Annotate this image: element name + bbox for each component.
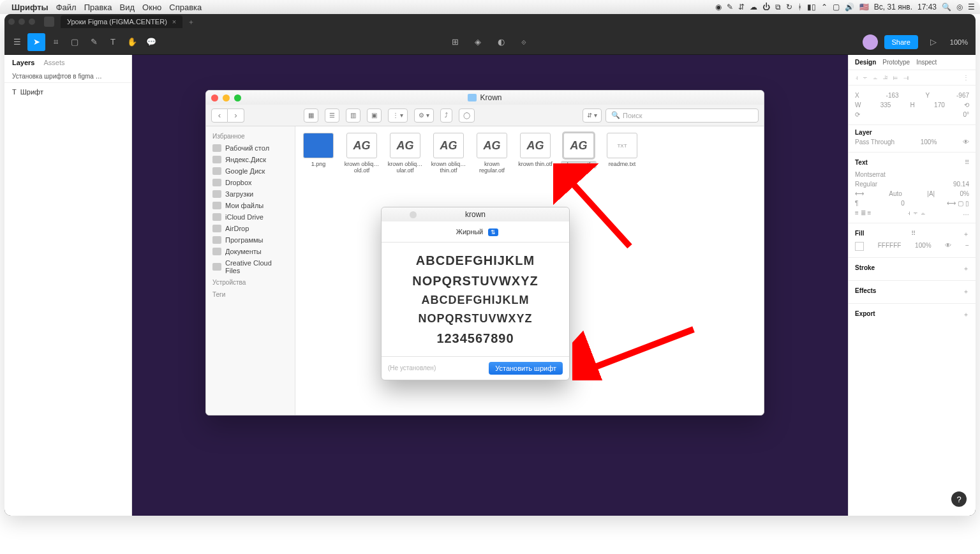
font-size[interactable]: 90.14 <box>953 181 969 188</box>
status-icon[interactable]: ▢ <box>833 3 840 11</box>
bluetooth-icon[interactable]: ᚼ <box>798 3 802 11</box>
file-item[interactable]: AGkrown obliq…ular.otf <box>387 133 423 174</box>
notifications-icon[interactable]: ☰ <box>968 3 975 11</box>
sidebar-item-airdrop[interactable]: AirDrop <box>206 223 295 234</box>
minimize-icon[interactable] <box>398 211 405 218</box>
tab-inspect[interactable]: Inspect <box>916 59 937 66</box>
arrange-dropdown[interactable]: ⋮ ▾ <box>388 109 408 123</box>
menubar-date[interactable]: Вс, 31 янв. <box>874 3 912 11</box>
status-icon[interactable]: ⧉ <box>775 3 781 11</box>
figma-home-icon[interactable] <box>44 17 54 27</box>
menubar-time[interactable]: 17:43 <box>917 3 937 11</box>
status-icon[interactable]: ☁ <box>750 3 757 11</box>
tab-layers[interactable]: Layers <box>12 59 34 66</box>
sidebar-item-desktop[interactable]: Рабочий стол <box>206 142 295 154</box>
plus-icon[interactable]: ＋ <box>963 287 969 297</box>
layer-row[interactable]: T Шрифт <box>4 86 131 98</box>
status-icon[interactable]: ✎ <box>727 3 733 11</box>
spotlight-icon[interactable]: 🔍 <box>942 3 951 11</box>
view-icons[interactable]: ▦ <box>304 109 318 123</box>
settings-icon[interactable]: ⠿ <box>965 159 969 168</box>
view-gallery[interactable]: ▣ <box>367 109 382 123</box>
minus-icon[interactable]: − <box>965 242 969 251</box>
siri-icon[interactable]: ◎ <box>956 3 963 11</box>
sidebar-item-gdrive[interactable]: Google Диск <box>206 165 295 177</box>
status-icon[interactable]: ↻ <box>786 3 792 11</box>
menu-window[interactable]: Окно <box>142 3 161 12</box>
sidebar-item-icloud[interactable]: iCloud Drive <box>206 211 295 223</box>
battery-icon[interactable]: ▮▯ <box>807 3 816 11</box>
file-item[interactable]: AGkrown thin.otf <box>517 133 553 167</box>
sidebar-item-yandex[interactable]: Яндекс.Диск <box>206 154 295 165</box>
weight-selector[interactable]: Жирный⇅ <box>382 221 569 243</box>
prop-x[interactable]: -163 <box>886 92 899 99</box>
file-item[interactable]: AGkrown obliq…thin.otf <box>431 133 466 174</box>
move-tool[interactable]: ➤ <box>27 33 45 51</box>
sidebar-item-documents[interactable]: Документы <box>206 246 295 257</box>
forward-button[interactable]: › <box>228 109 244 123</box>
menu-view[interactable]: Вид <box>120 3 135 12</box>
mask-icon[interactable]: ◐ <box>492 33 510 51</box>
plus-icon[interactable]: ＋ <box>963 264 969 274</box>
menu-edit[interactable]: Правка <box>84 3 112 12</box>
close-icon[interactable]: × <box>172 18 176 26</box>
align-controls[interactable]: ⫞⫟⫠⫡⫢⫣⋮ <box>849 70 976 85</box>
prop-w[interactable]: 335 <box>880 101 891 109</box>
prop-h[interactable]: 170 <box>934 101 945 109</box>
file-item[interactable]: TXTreadme.txt <box>604 133 640 167</box>
align-icons[interactable]: ≡ ≣ ≡ <box>855 209 871 216</box>
dropbox-icon[interactable]: ⇵ <box>738 3 745 11</box>
more-icon[interactable]: … <box>963 209 969 216</box>
hamburger-icon[interactable]: ☰ <box>8 33 26 51</box>
comment-tool[interactable]: 💬 <box>142 33 160 51</box>
valign-icons[interactable]: ⫞ ⫟ ⫠ <box>907 209 927 216</box>
close-icon[interactable] <box>387 211 394 218</box>
line-height[interactable]: Auto <box>889 190 902 197</box>
para-spacing[interactable]: 0 <box>901 200 905 207</box>
figma-canvas[interactable]: Krown ‹ › ▦ ☰ ▥ ▣ ⋮ ▾ ⚙ ▾ ⤴ ◯ <box>132 55 848 516</box>
plus-icon[interactable]: ＋ <box>963 230 969 239</box>
status-icon[interactable]: ⏻ <box>762 3 770 11</box>
prop-rotation[interactable]: 0° <box>963 111 969 118</box>
text-tool[interactable]: T <box>104 33 122 51</box>
layer-opacity[interactable]: 100% <box>921 138 937 146</box>
file-item[interactable]: AGkrown obliq…old.otf <box>344 133 380 174</box>
sidebar-item-cc[interactable]: Creative Cloud Files <box>206 257 295 276</box>
zoom-icon[interactable] <box>234 94 241 101</box>
help-button[interactable]: ? <box>951 491 967 507</box>
style-icon[interactable]: ⠿ <box>911 230 916 239</box>
sidebar-item-downloads[interactable]: Загрузки <box>206 188 295 200</box>
avatar[interactable] <box>863 34 878 50</box>
action-dropdown[interactable]: ⚙ ▾ <box>414 109 434 123</box>
install-font-button[interactable]: Установить шрифт <box>489 362 563 375</box>
tab-design[interactable]: Design <box>855 59 876 66</box>
hand-tool[interactable]: ✋ <box>123 33 141 51</box>
menu-help[interactable]: Справка <box>169 3 202 12</box>
plus-icon[interactable]: ＋ <box>963 310 969 320</box>
file-item[interactable]: AGkrown regular.otf <box>474 133 510 174</box>
view-list[interactable]: ☰ <box>325 109 339 123</box>
finder-search[interactable]: 🔍Поиск <box>605 109 759 123</box>
menubar-app[interactable]: Шрифты <box>11 3 48 12</box>
volume-icon[interactable]: 🔊 <box>845 3 854 11</box>
tags-icon[interactable]: ◯ <box>459 109 475 123</box>
sidebar-item-apps[interactable]: Программы <box>206 234 295 246</box>
letter-spacing[interactable]: 0% <box>960 190 969 197</box>
flag-icon[interactable]: 🇺🇸 <box>859 3 869 11</box>
boolean-icon[interactable]: ⟐ <box>515 33 533 51</box>
view-columns[interactable]: ▥ <box>346 109 360 123</box>
font-weight[interactable]: Regular <box>855 181 877 188</box>
tab-assets[interactable]: Assets <box>43 59 64 66</box>
figma-tab[interactable]: Уроки Figma (FIGMA.CENTER) × <box>61 15 182 28</box>
frame-tool[interactable]: ⌗ <box>47 33 64 51</box>
align-icon[interactable]: ⊞ <box>446 33 464 51</box>
share-button[interactable]: Share <box>884 35 918 49</box>
tab-prototype[interactable]: Prototype <box>882 59 910 66</box>
present-icon[interactable]: ▷ <box>924 33 942 51</box>
status-icon[interactable]: ◉ <box>715 3 722 11</box>
file-item[interactable]: 1.png <box>301 133 336 167</box>
sidebar-item-dropbox[interactable]: Dropbox <box>206 177 295 188</box>
eye-icon[interactable]: 👁 <box>945 242 951 251</box>
pen-tool[interactable]: ✎ <box>85 33 103 51</box>
sidebar-item-myfiles[interactable]: Мои файлы <box>206 200 295 211</box>
